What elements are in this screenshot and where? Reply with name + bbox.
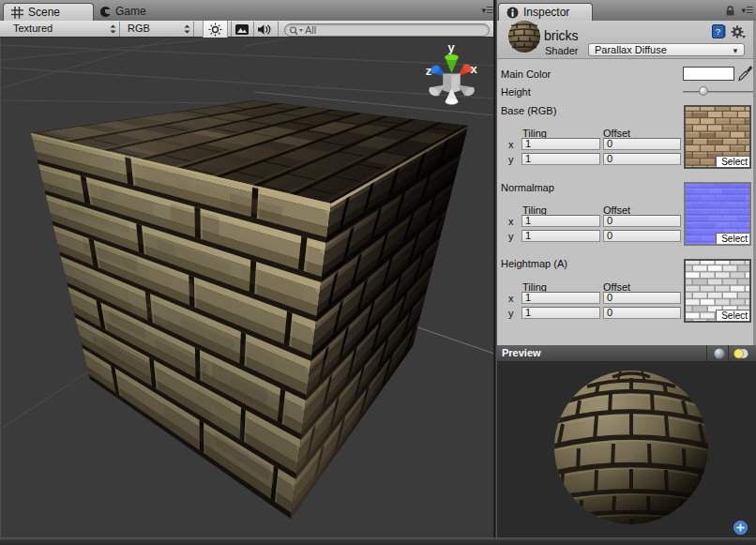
svg-text:?: ? bbox=[716, 26, 720, 37]
svg-text:z: z bbox=[426, 64, 432, 78]
svg-text:y: y bbox=[447, 40, 455, 54]
svg-text:x: x bbox=[470, 62, 477, 76]
